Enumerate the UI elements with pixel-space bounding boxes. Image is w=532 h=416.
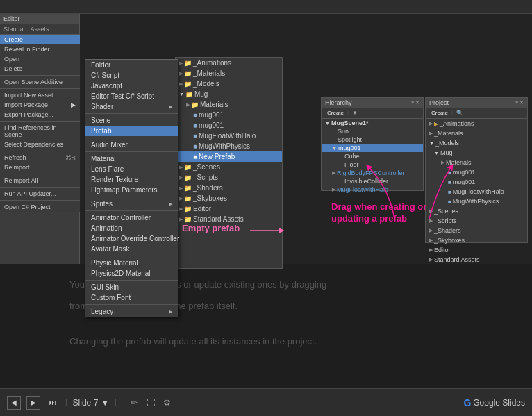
settings-icon[interactable]: ⚙ — [161, 397, 174, 409]
project-item-materials[interactable]: ▶_Materials — [426, 128, 527, 138]
file-item-editor[interactable]: ▶📁Editor — [176, 203, 282, 214]
menu-item-csharp[interactable]: C# Script — [85, 70, 178, 81]
next-slide-button[interactable]: ▶ — [26, 396, 40, 410]
project-item-mug001-2[interactable]: ■mug001 — [426, 177, 527, 187]
file-item-mug-materials[interactable]: ▶📁Materials — [176, 99, 282, 110]
file-item-mug001-2[interactable]: ■mug001 — [176, 120, 282, 131]
hierarchy-create-tab[interactable]: Create — [324, 109, 347, 117]
project-item-mug-materials[interactable]: ▶Materials — [426, 158, 527, 167]
slide-area: Editor Standard Assets Create Reveal in … — [0, 14, 532, 401]
file-item-mug001-1[interactable]: ■mug001 — [176, 110, 282, 120]
fullscreen-icon[interactable]: ⛶ — [144, 397, 157, 409]
menu-item-scene[interactable]: Scene — [85, 115, 178, 126]
bottom-icons: ✏ ⛶ ⚙ — [128, 397, 174, 409]
file-item-new-prefab[interactable]: ■New Prefab — [176, 151, 282, 162]
prev-slide-button[interactable]: ◀ — [7, 396, 21, 410]
hierarchy-item-spotlight[interactable]: Spotlight — [322, 135, 423, 144]
hierarchy-item-mug-float[interactable]: ▶MugFloatWithHalo — [322, 185, 423, 194]
menu-item-physics2d[interactable]: Physics2D Material — [85, 268, 178, 278]
top-bar — [0, 0, 532, 14]
separator — [85, 210, 178, 211]
menu-item-editor-test[interactable]: Editor Test C# Script — [85, 91, 178, 101]
separator — [0, 200, 80, 201]
project-item-mug-float[interactable]: ■MugFloatWithHalo — [426, 187, 527, 197]
hierarchy-scene-filter[interactable]: ▼ — [349, 109, 360, 117]
menu-item-audio-mixer[interactable]: Audio Mixer — [85, 140, 178, 150]
create-menu-item-export[interactable]: Export Package... — [0, 110, 80, 119]
create-menu-item-select-deps[interactable]: Select Dependencies — [0, 140, 80, 149]
create-menu-item-reimport-all[interactable]: Reimport All — [0, 176, 80, 185]
file-item-mug-float[interactable]: ■MugFloatWithHalo — [176, 131, 282, 141]
project-item-editor[interactable]: ▶Editor — [426, 245, 527, 255]
menu-item-custom-font[interactable]: Custom Font — [85, 292, 178, 303]
menu-item-avatar-mask[interactable]: Avatar Mask — [85, 244, 178, 254]
slide-dropdown-icon[interactable]: ▼ — [101, 398, 109, 408]
create-menu-item-delete[interactable]: Delete — [0, 64, 80, 74]
create-menu-item-import-package[interactable]: Import Package▶ — [0, 100, 80, 110]
create-menu-item-create[interactable]: Create — [0, 35, 80, 44]
project-item-models[interactable]: ▼_Models — [426, 138, 527, 148]
project-item-mug-physics[interactable]: ■MugWithPhysics — [426, 197, 527, 206]
bottom-left-controls: ◀ ▶ ⏭ | Slide 7 ▼ | ✏ ⛶ ⚙ — [7, 396, 179, 410]
file-item-shaders[interactable]: ▶📁_Shaders — [176, 183, 282, 193]
menu-item-javascript[interactable]: Javascript — [85, 81, 178, 91]
create-menu-item-find-refs[interactable]: Find References in Scene — [0, 123, 80, 140]
separator — [85, 304, 178, 305]
create-menu-item-reimport[interactable]: Reimport — [0, 163, 80, 172]
hierarchy-item-cube[interactable]: Cube — [322, 152, 423, 160]
file-item-materials[interactable]: ▶📁_Materials — [176, 68, 282, 78]
hierarchy-item-mug001[interactable]: ▼mug001 — [322, 144, 423, 152]
project-item-scenes[interactable]: ▶_Scenes — [426, 206, 527, 216]
menu-item-folder[interactable]: Folder — [85, 60, 178, 70]
file-item-mug-physics[interactable]: ■MugWithPhysics — [176, 141, 282, 151]
menu-item-lens-flare[interactable]: Lens Flare — [85, 164, 178, 174]
project-item-shaders[interactable]: ▶_Shaders — [426, 226, 527, 235]
hierarchy-item-sun[interactable]: Sun — [322, 127, 423, 135]
create-menu-item-open-cs[interactable]: Open C# Project — [0, 202, 80, 212]
menu-item-animator-override[interactable]: Animator Override Controller — [85, 233, 178, 244]
file-item-animations[interactable]: ▶📁_Animations — [176, 58, 282, 68]
create-menu-item-refresh[interactable]: Refresh⌘R — [0, 153, 80, 163]
project-item-animations[interactable]: ▶▶_Animations — [426, 119, 527, 128]
menu-item-legacy[interactable]: Legacy — [85, 306, 178, 317]
drag-annotation: Drag when creating or updating a prefab — [331, 201, 429, 225]
hierarchy-item-floor[interactable]: Floor — [322, 160, 423, 169]
create-menu-item-reveal[interactable]: Reveal in Finder — [0, 44, 80, 54]
hierarchy-item-scene[interactable]: ▼ MugScene1* — [322, 119, 423, 127]
menu-item-gui-skin[interactable]: GUI Skin — [85, 282, 178, 292]
project-item-mug001-1[interactable]: ■mug001 — [426, 167, 527, 177]
menu-item-animator-ctrl[interactable]: Animator Controller — [85, 213, 178, 223]
separator — [85, 197, 178, 197]
project-item-mug[interactable]: ▼Mug — [426, 148, 527, 158]
menu-item-sprites[interactable]: Sprites — [85, 199, 178, 209]
pencil-icon[interactable]: ✏ — [128, 397, 140, 409]
file-item-scripts[interactable]: ▶📁_Scripts — [176, 172, 282, 183]
separator — [0, 75, 80, 76]
menu-item-shader[interactable]: Shader — [85, 101, 178, 112]
project-search[interactable]: 🔍 — [454, 109, 466, 117]
create-menu-item-import-new[interactable]: Import New Asset... — [0, 90, 80, 100]
project-create-tab[interactable]: Create — [429, 109, 451, 117]
file-item-skyboxes[interactable]: ▶📁_Skyboxes — [176, 193, 282, 203]
file-item-scenes[interactable]: ▶📁_Scenes — [176, 162, 282, 172]
menu-item-lightmap[interactable]: Lightmap Parameters — [85, 185, 178, 195]
menu-item-render-texture[interactable]: Render Texture — [85, 174, 178, 185]
project-item-standard-assets[interactable]: ▶Standard Assets — [426, 255, 527, 265]
project-item-scripts[interactable]: ▶_Scripts — [426, 216, 527, 226]
create-menu-item-api[interactable]: Run API Updater... — [0, 189, 80, 199]
separator — [0, 187, 80, 188]
menu-item-prefab[interactable]: Prefab — [85, 126, 178, 136]
file-item-mug[interactable]: ▼📁Mug — [176, 89, 282, 99]
separator — [0, 151, 80, 151]
hierarchy-item-rigidbody[interactable]: ▶RigidBodyFPSController — [322, 169, 423, 177]
menu-item-physic-material[interactable]: Physic Material — [85, 258, 178, 268]
separator — [0, 88, 80, 89]
menu-item-material[interactable]: Material — [85, 153, 178, 164]
create-menu-item-open-scene[interactable]: Open Scene Additive — [0, 77, 80, 87]
project-item-skyboxes[interactable]: ▶_Skyboxes — [426, 235, 527, 245]
last-slide-button[interactable]: ⏭ — [46, 396, 60, 410]
menu-item-animation[interactable]: Animation — [85, 223, 178, 233]
create-menu-item-open[interactable]: Open — [0, 54, 80, 64]
file-item-models[interactable]: ▶📁_Models — [176, 78, 282, 89]
hierarchy-item-invisible[interactable]: InvisibleCollider — [322, 177, 423, 185]
